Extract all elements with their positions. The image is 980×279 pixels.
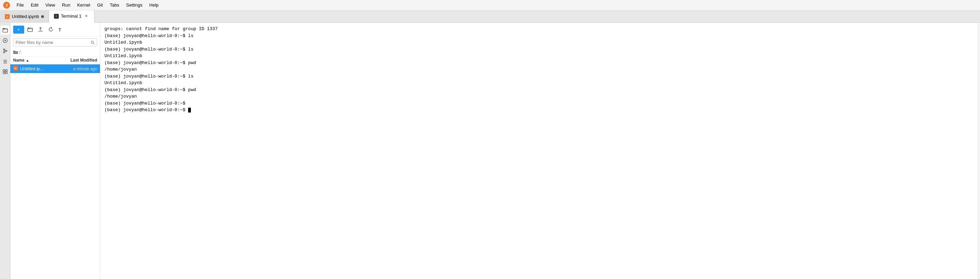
open-folder-button[interactable] — [25, 25, 35, 34]
file-item-date: a minute ago — [73, 67, 97, 71]
file-list-header: Name ▲ Last Modified — [10, 56, 100, 64]
git-button[interactable] — [57, 25, 66, 34]
svg-point-27 — [91, 41, 94, 43]
icon-sidebar — [0, 23, 10, 279]
svg-rect-21 — [6, 72, 7, 74]
terminal-line: (base) jovyan@hello-world-0:~$ ls — [105, 32, 976, 40]
app-logo: J — [3, 2, 10, 9]
terminal-line: (base) jovyan@hello-world-0:~$ ls — [105, 46, 976, 53]
svg-rect-20 — [3, 72, 5, 74]
terminal-line: (base) jovyan@hello-world-0:~$ pwd — [105, 59, 976, 67]
menu-view[interactable]: View — [43, 2, 58, 8]
terminal-line: (base) jovyan@hello-world-0:~$ ls — [105, 73, 976, 80]
sidebar-icon-extensions[interactable] — [1, 67, 10, 76]
svg-text:T: T — [56, 15, 57, 18]
search-box[interactable] — [13, 38, 97, 46]
folder-icon — [13, 50, 18, 54]
svg-point-10 — [3, 49, 5, 50]
file-toolbar: + — [10, 23, 100, 36]
col-name-header[interactable]: Name ▲ — [13, 58, 63, 63]
file-notebook-icon: N — [13, 66, 18, 72]
menu-edit[interactable]: Edit — [28, 2, 41, 8]
search-input[interactable] — [16, 40, 89, 45]
menu-run[interactable]: Run — [59, 2, 73, 8]
tab-terminal-label: Terminal 1 — [61, 13, 82, 19]
terminal-line: groups: cannot find name for group ID 13… — [105, 26, 976, 32]
breadcrumb: / — [10, 48, 100, 56]
terminal-line: (base) jovyan@hello-world-0:~$ — [105, 100, 976, 107]
sort-arrow-icon: ▲ — [26, 59, 29, 62]
main-layout: N Untitled.ipynb T Terminal 1 ✕ — [0, 10, 980, 279]
new-button[interactable]: + — [13, 26, 24, 33]
refresh-button[interactable] — [46, 25, 55, 34]
content-area: + — [0, 23, 980, 279]
terminal-content[interactable]: groups: cannot find name for group ID 13… — [100, 23, 980, 279]
sidebar-icon-list[interactable] — [1, 57, 10, 66]
tab-close-button[interactable]: ✕ — [84, 13, 89, 19]
tab-bar: N Untitled.ipynb T Terminal 1 ✕ — [0, 10, 980, 23]
menu-git[interactable]: Git — [94, 2, 106, 8]
terminal-icon: T — [54, 14, 59, 19]
sidebar-icon-folder[interactable] — [1, 26, 10, 35]
svg-rect-30 — [13, 51, 15, 52]
tab-notebook[interactable]: N Untitled.ipynb — [0, 10, 49, 23]
menu-help[interactable]: Help — [146, 2, 161, 8]
terminal-line: /home/jovyan — [105, 66, 976, 73]
file-panel: + — [10, 23, 100, 279]
svg-text:J: J — [6, 3, 8, 7]
menu-settings[interactable]: Settings — [123, 2, 145, 8]
terminal-line: Untitled.ipynb — [105, 53, 976, 59]
tab-notebook-label: Untitled.ipynb — [12, 14, 39, 19]
breadcrumb-path: / — [19, 50, 21, 55]
terminal-active-line: (base) jovyan@hello-world-0:~$ — [105, 107, 976, 113]
terminal-line: Untitled.ipynb — [105, 80, 976, 86]
file-item-name: Untitled.ip... — [20, 66, 73, 71]
menu-kernel[interactable]: Kernel — [74, 2, 93, 8]
upload-button[interactable] — [36, 25, 45, 34]
svg-rect-7 — [3, 28, 5, 29]
sidebar-icon-running[interactable] — [1, 36, 10, 45]
terminal-area: groups: cannot find name for group ID 13… — [100, 23, 980, 279]
svg-point-26 — [59, 30, 60, 32]
svg-point-9 — [5, 40, 6, 41]
svg-rect-23 — [28, 28, 29, 29]
terminal-line: /home/jovyan — [105, 93, 976, 100]
tab-dirty-indicator — [41, 15, 44, 18]
terminal-scrollbar[interactable] — [977, 23, 980, 279]
menu-tabs[interactable]: Tabs — [107, 2, 122, 8]
terminal-line: (base) jovyan@hello-world-0:~$ pwd — [105, 86, 976, 94]
search-icon — [91, 40, 95, 45]
svg-rect-19 — [6, 70, 7, 71]
svg-rect-18 — [3, 70, 5, 71]
terminal-line: Untitled.ipynb — [105, 39, 976, 46]
notebook-icon: N — [5, 14, 10, 19]
menu-file[interactable]: File — [14, 2, 27, 8]
svg-point-11 — [3, 52, 5, 53]
svg-text:N: N — [14, 67, 17, 70]
terminal-cursor — [188, 108, 191, 113]
col-modified-header[interactable]: Last Modified — [63, 58, 97, 63]
menubar: J File Edit View Run Kernel Git Tabs Set… — [0, 0, 980, 10]
new-button-icon: + — [17, 27, 20, 32]
file-item-untitled[interactable]: N Untitled.ip... a minute ago — [10, 64, 100, 73]
svg-line-28 — [93, 43, 94, 44]
svg-text:N: N — [6, 16, 8, 18]
tab-terminal[interactable]: T Terminal 1 ✕ — [49, 10, 94, 23]
sidebar-icon-git[interactable] — [1, 46, 10, 56]
